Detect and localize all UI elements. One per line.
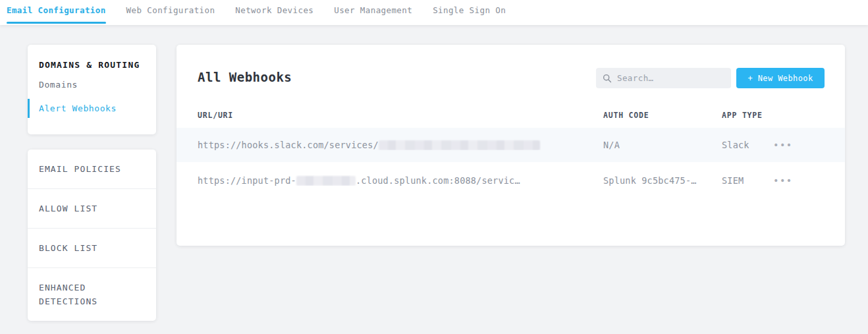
row-actions-menu-icon[interactable]: ••• bbox=[773, 177, 793, 184]
url-text: https://hooks.slack.com/services/ bbox=[198, 140, 379, 150]
sidebar-item-alert-webhooks[interactable]: Alert Webhooks bbox=[28, 99, 156, 118]
search-icon bbox=[603, 74, 612, 83]
redacted-url-segment bbox=[296, 176, 356, 186]
column-header-url: URL/URI bbox=[176, 111, 603, 120]
sidebar-section-email-policies[interactable]: EMAIL POLICIES bbox=[28, 150, 156, 189]
table-header: URL/URI AUTH CODE APP TYPE bbox=[176, 111, 845, 120]
table-row: https://input-prd-.cloud.splunk.com:8088… bbox=[176, 162, 845, 199]
sidebar-section-allow-list[interactable]: ALLOW LIST bbox=[28, 189, 156, 229]
sidebar-sections-card: EMAIL POLICIESALLOW LISTBLOCK LISTENHANC… bbox=[28, 150, 156, 321]
search-box[interactable] bbox=[596, 68, 731, 88]
new-webhook-button[interactable]: + New Webhook bbox=[736, 68, 825, 88]
tab-user-management[interactable]: User Management bbox=[334, 0, 412, 24]
page-title: All Webhooks bbox=[198, 70, 292, 84]
cell-app-type: SIEM bbox=[722, 175, 773, 186]
cell-url: https://input-prd-.cloud.splunk.com:8088… bbox=[176, 175, 603, 186]
top-navigation: Email ConfigurationWeb ConfigurationNetw… bbox=[0, 0, 868, 25]
column-header-app: APP TYPE bbox=[722, 111, 773, 120]
column-header-auth: AUTH CODE bbox=[603, 111, 722, 120]
cell-url: https://hooks.slack.com/services/ bbox=[176, 140, 603, 150]
sidebar-section-block-list[interactable]: BLOCK LIST bbox=[28, 229, 156, 268]
tab-web-configuration[interactable]: Web Configuration bbox=[126, 0, 215, 24]
table-row: https://hooks.slack.com/services/N/ASlac… bbox=[176, 128, 845, 162]
sidebar-section-enhanced-detections[interactable]: ENHANCED DETECTIONS bbox=[28, 268, 156, 321]
domains-routing-title: DOMAINS & ROUTING bbox=[28, 60, 156, 70]
redacted-url-segment bbox=[379, 140, 540, 150]
table-body: https://hooks.slack.com/services/N/ASlac… bbox=[176, 128, 845, 199]
cell-auth-code: Splunk 9c5bc475-… bbox=[603, 175, 722, 186]
tab-network-devices[interactable]: Network Devices bbox=[235, 0, 313, 24]
row-actions-menu-icon[interactable]: ••• bbox=[773, 142, 793, 148]
tab-single-sign-on[interactable]: Single Sign On bbox=[433, 0, 506, 24]
url-text: https://input-prd- bbox=[198, 175, 296, 186]
search-input[interactable] bbox=[617, 73, 724, 83]
tab-email-configuration[interactable]: Email Configuration bbox=[7, 0, 106, 24]
sidebar-item-domains[interactable]: Domains bbox=[28, 75, 156, 94]
cell-app-type: Slack bbox=[722, 140, 773, 150]
webhooks-panel: All Webhooks + New Webhook URL/URI AUTH … bbox=[176, 45, 845, 246]
url-text: .cloud.splunk.com:8088/servic… bbox=[356, 175, 520, 186]
cell-auth-code: N/A bbox=[603, 140, 722, 150]
domains-routing-card: DOMAINS & ROUTING DomainsAlert Webhooks bbox=[28, 45, 156, 134]
